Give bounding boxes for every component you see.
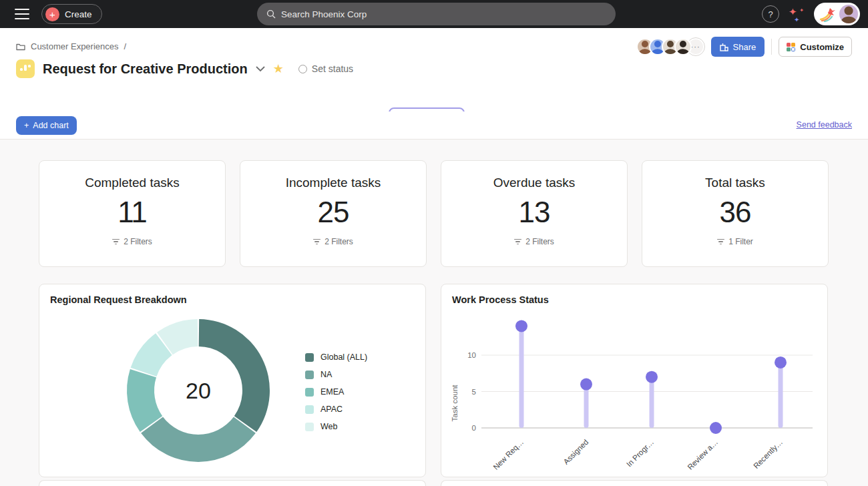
stat-card-filters[interactable]: 2 Filters	[313, 237, 353, 246]
stat-card-value: 36	[642, 196, 828, 229]
legend-item: APAC	[305, 401, 367, 418]
lollipop-chart: 0510Task countNew Req…AssignedIn Progr…R…	[441, 304, 827, 477]
lollipop-point-review-a-	[710, 422, 722, 434]
stat-card-filters[interactable]: 2 Filters	[112, 237, 152, 246]
lollipop-stem	[779, 362, 783, 428]
set-status-label: Set status	[312, 63, 353, 74]
chart-title: Regional Request Breakdown	[50, 294, 187, 305]
stat-card-total-tasks: Total tasks361 Filter	[642, 160, 829, 267]
x-category-label: Recently…	[752, 438, 784, 470]
page-title[interactable]: Request for Creative Production	[43, 61, 248, 77]
org-account-pill[interactable]	[814, 3, 860, 25]
member-avatar-stack: ···	[636, 38, 704, 55]
filter-count-label: 2 Filters	[525, 237, 554, 246]
lollipop-stem	[519, 326, 524, 428]
help-label: ?	[768, 9, 773, 19]
add-chart-label: Add chart	[33, 121, 69, 130]
filter-icon	[112, 239, 120, 245]
breadcrumb-separator: /	[124, 41, 127, 51]
stat-card-filters[interactable]: 1 Filter	[717, 237, 753, 246]
legend-swatch	[305, 353, 314, 362]
set-status-button[interactable]: Set status	[298, 63, 353, 74]
user-avatar[interactable]	[839, 5, 858, 23]
legend-label: EMEA	[320, 387, 344, 397]
donut-chart-card: Regional Request Breakdown 20 Global (AL…	[39, 284, 426, 477]
divider	[771, 39, 772, 55]
legend-swatch	[305, 388, 314, 397]
hamburger-menu-icon[interactable]	[15, 9, 29, 19]
member-avatar[interactable]	[674, 38, 692, 55]
legend-item: NA	[305, 366, 367, 383]
breadcrumb: Customer Experiences /	[16, 41, 126, 51]
legend-item: Global (ALL)	[305, 348, 367, 366]
filter-count-label: 2 Filters	[124, 237, 152, 246]
y-tick-label: 10	[467, 351, 476, 359]
stat-card-completed-tasks: Completed tasks112 Filters	[39, 160, 226, 267]
plus-icon: +	[24, 121, 29, 130]
donut-center-value: 20	[152, 378, 245, 404]
stat-card-title: Overdue tasks	[441, 176, 627, 190]
donut-segment-na	[141, 417, 256, 462]
chevron-down-icon[interactable]	[256, 66, 265, 72]
donut-segment-global-all-	[199, 319, 270, 432]
customize-grid-icon	[787, 43, 795, 51]
add-chart-button[interactable]: + Add chart	[16, 116, 77, 135]
stat-card-title: Completed tasks	[39, 176, 225, 190]
breadcrumb-link[interactable]: Customer Experiences	[31, 41, 119, 51]
lollipop-point-assigned	[580, 379, 592, 391]
share-button-label: Share	[733, 42, 756, 52]
legend-item: Web	[305, 418, 367, 435]
ai-sparkles-icon[interactable]: ✦✦✦	[789, 6, 805, 22]
lollipop-stem	[584, 385, 589, 428]
legend-swatch	[305, 405, 314, 414]
legend-swatch	[305, 423, 314, 431]
customize-button-label: Customize	[800, 42, 844, 52]
legend-label: NA	[320, 370, 332, 379]
title-row: Request for Creative Production ★ Set st…	[16, 59, 353, 78]
lollipop-point-recently-	[775, 356, 787, 369]
filter-icon	[717, 239, 724, 245]
legend-label: APAC	[320, 405, 343, 414]
project-icon[interactable]	[16, 59, 35, 78]
next-row-card-stub	[441, 480, 828, 486]
help-button[interactable]: ?	[762, 5, 779, 23]
header-actions: ··· Share Customize	[636, 37, 852, 57]
chart-legend: Global (ALL)NAEMEAAPACWeb	[305, 348, 367, 435]
dashboard-page: + Create Search Phoenix Corp ? ✦✦✦	[0, 0, 868, 486]
top-bar: + Create Search Phoenix Corp ? ✦✦✦	[0, 0, 868, 28]
filter-icon	[514, 239, 521, 245]
stat-card-value: 25	[240, 196, 426, 229]
legend-label: Web	[320, 422, 337, 431]
x-category-label: Review a…	[686, 438, 719, 471]
stat-card-title: Incomplete tasks	[240, 176, 426, 190]
y-axis-label: Task count	[451, 385, 459, 422]
lollipop-point-in-progr-	[646, 371, 658, 383]
legend-item: EMEA	[305, 383, 367, 401]
share-button[interactable]: Share	[711, 37, 765, 57]
filter-icon	[313, 239, 320, 245]
customize-button[interactable]: Customize	[779, 37, 852, 57]
chart-title: Work Process Status	[452, 294, 549, 305]
topbar-right: ? ✦✦✦	[762, 0, 860, 28]
phoenix-logo	[819, 6, 837, 22]
stat-card-filters[interactable]: 2 Filters	[514, 237, 554, 246]
stat-card-value: 13	[441, 196, 627, 229]
create-button[interactable]: + Create	[41, 4, 102, 24]
stat-card-overdue-tasks: Overdue tasks132 Filters	[441, 160, 628, 267]
filter-count-label: 1 Filter	[728, 237, 753, 246]
legend-label: Global (ALL)	[320, 352, 367, 362]
y-tick-label: 5	[472, 388, 476, 396]
search-icon	[266, 9, 276, 19]
lollipop-stem	[650, 377, 654, 428]
stat-card-value: 11	[39, 196, 225, 229]
favorite-star-icon[interactable]: ★	[273, 63, 284, 75]
send-feedback-link[interactable]: Send feedback	[797, 120, 852, 130]
stat-card-title: Total tasks	[642, 176, 828, 190]
share-icon	[720, 43, 728, 51]
dashboard-toolbar: + Add chart Send feedback	[0, 111, 868, 140]
x-category-label: New Req…	[491, 438, 525, 471]
search-input[interactable]: Search Phoenix Corp	[257, 3, 616, 25]
legend-swatch	[305, 371, 314, 379]
x-category-label: Assigned	[562, 438, 590, 466]
lollipop-point-new-req-	[515, 320, 527, 332]
